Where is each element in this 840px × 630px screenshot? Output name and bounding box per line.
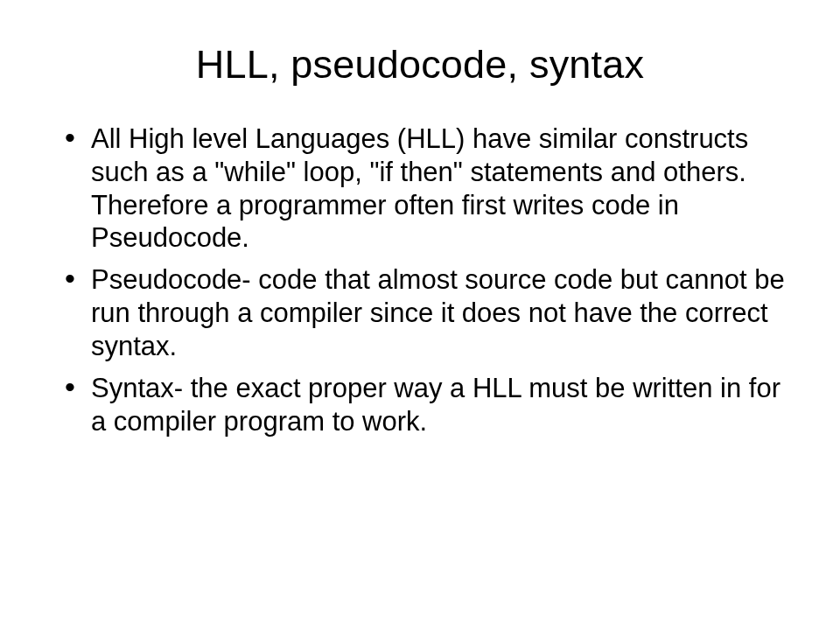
slide-title: HLL, pseudocode, syntax [52, 42, 788, 88]
bullet-list: All High level Languages (HLL) have simi… [61, 122, 788, 438]
list-item: Syntax- the exact proper way a HLL must … [61, 372, 788, 438]
list-item: All High level Languages (HLL) have simi… [61, 122, 788, 255]
slide: HLL, pseudocode, syntax All High level L… [0, 0, 840, 630]
list-item: Pseudocode- code that almost source code… [61, 263, 788, 362]
